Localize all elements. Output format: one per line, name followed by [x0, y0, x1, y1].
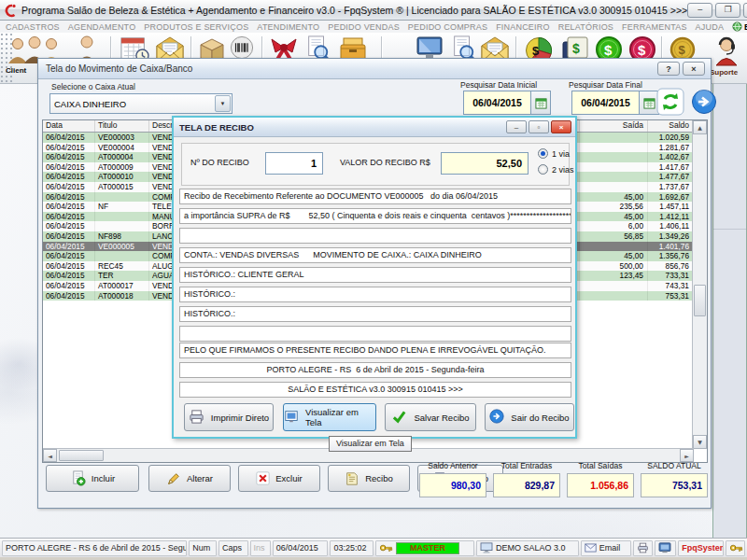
search-date-initial-label: Pesquisar Data Inicial [460, 80, 537, 90]
column-header-sada[interactable]: Saída [580, 120, 648, 132]
date-initial-value[interactable]: 06/04/2015 [463, 91, 531, 115]
check-icon [391, 409, 407, 427]
cell-titulo: NF [95, 202, 149, 212]
scroll-right-icon[interactable]: ► [680, 449, 694, 462]
window-help-button[interactable]: ? [657, 62, 680, 76]
scroll-down-icon[interactable]: ▼ [693, 435, 707, 449]
recibo-number-input[interactable]: 1 [265, 152, 323, 175]
menu-agendamento[interactable]: AGENDAMENTO [68, 22, 136, 32]
cell-saldo: 753,31 [648, 291, 692, 301]
recibo-line-1[interactable]: Recibo de Recebimento Referente ao DOCUM… [179, 189, 571, 204]
recibo-line-3[interactable] [179, 228, 571, 244]
statusbar-printer-icon[interactable] [633, 540, 653, 556]
cell-data: 06/04/2015 [43, 162, 95, 173]
visualizar-em-tela-button[interactable]: Visualizar em Tela [283, 403, 376, 431]
statusbar-key-icon[interactable] [726, 540, 745, 556]
app-close-button[interactable]: × [743, 3, 747, 18]
recibo-line-8[interactable] [179, 326, 571, 342]
cell-saida [580, 182, 648, 192]
recibo-line-5[interactable]: HISTÓRICO.: CLIENTE GERAL [179, 267, 571, 283]
movimento-caixa-titlebar[interactable]: Tela do Movimento de Caixa/Banco ? × [38, 59, 711, 79]
column-header-data[interactable]: Data [43, 120, 95, 132]
excluir-button[interactable]: Excluir [238, 465, 320, 492]
statusbar-email[interactable]: Email [581, 540, 631, 556]
incluir-label: Incluir [92, 473, 115, 483]
dialog-minimize-button[interactable]: – [506, 120, 527, 133]
incluir-button[interactable]: Incluir [46, 465, 139, 492]
vscroll-thumb[interactable] [694, 285, 706, 316]
salvar-recibo-button[interactable]: Salvar Recibo [385, 403, 476, 431]
total-label-2: Total Entradas [493, 461, 560, 470]
calendar-icon[interactable] [531, 91, 551, 115]
radio-selected-icon[interactable] [538, 148, 548, 159]
recibo-value-input[interactable]: 52,50 [441, 152, 529, 175]
date-final-value[interactable]: 06/04/2015 [571, 91, 640, 115]
column-header-saldo[interactable]: Saldo [648, 120, 692, 132]
dialog-maximize-button[interactable]: ▫ [529, 120, 549, 133]
barcode-icon[interactable] [230, 35, 254, 60]
cell-titulo: REC45 [95, 261, 149, 272]
cell-data: 06/04/2015 [43, 192, 95, 203]
via1-radio[interactable]: 1 via [538, 148, 570, 159]
recibo-line-9[interactable]: PELO QUE FIRMAMOS O PRESENTE RECIBO DAND… [179, 343, 571, 358]
menu-e-mail[interactable]: E-MAIL [732, 21, 747, 32]
recibo-number-label: Nº DO RECIBO [190, 158, 249, 167]
dialog-close-button[interactable]: × [551, 120, 571, 133]
scroll-up-icon[interactable]: ▲ [693, 120, 707, 134]
statusbar-num: Num [189, 540, 217, 556]
sair-do-recibo-button[interactable]: Sair do Recibo [485, 403, 574, 431]
date-final-field[interactable]: 06/04/2015 [571, 91, 659, 115]
cell-saida: 45,00 [580, 212, 648, 222]
menu-relat-rios[interactable]: RELATÓRIOS [558, 22, 613, 32]
column-header-titulo[interactable]: Titulo [95, 120, 149, 132]
app-restore-button[interactable]: ❐ [715, 3, 740, 18]
support-icon[interactable] [711, 35, 742, 67]
table-vertical-scrollbar[interactable]: ▲ ▼ [692, 120, 707, 449]
recibo-line-2[interactable]: a importância SUPRA de R$ 52,50 ( Cinque… [179, 208, 571, 224]
cell-data: 06/04/2015 [43, 143, 95, 153]
statusbar-master[interactable]: MASTER [375, 540, 474, 556]
via1-label: 1 via [552, 149, 570, 159]
menu-ajuda[interactable]: AJUDA [696, 22, 725, 32]
cell-titulo: VE000005 [95, 242, 149, 252]
caixa-combobox[interactable]: CAIXA DINHEIRO ▼ [49, 93, 233, 114]
statusbar-caps: Caps [218, 540, 248, 556]
scroll-left-icon[interactable]: ◄ [43, 449, 57, 462]
cell-saldo: 1.457,11 [648, 202, 692, 212]
recibo-button[interactable]: Recibo [328, 465, 410, 492]
menu-atendimento[interactable]: ATENDIMENTO [257, 22, 319, 32]
recibo-line-4[interactable]: CONTA.: VENDAS DIVERSAS MOVIMENTO DE CAI… [179, 247, 571, 263]
recibo-line-11[interactable]: SALÃO E ESTÉTICA v3.0 300915 010415 >>> [179, 382, 571, 398]
toolbar-client-label: Client [6, 66, 26, 75]
menu-financeiro[interactable]: FINANCEIRO [496, 22, 550, 32]
cell-saldo: 1.737,67 [648, 182, 692, 192]
cell-saida [580, 152, 648, 162]
dialog-titlebar[interactable]: TELA DE RECIBO – ▫ × [174, 118, 575, 137]
menu-ferramentas[interactable]: FERRAMENTAS [622, 22, 687, 32]
radio-unselected-icon[interactable] [538, 164, 548, 175]
go-arrow-button[interactable] [691, 89, 717, 115]
recibo-line-10[interactable]: PORTO ALEGRE - RS 6 de Abril de 2015 - S… [179, 362, 571, 378]
menu-pedido-compras[interactable]: PEDIDO COMPRAS [408, 22, 487, 32]
statusbar-screen-icon[interactable] [655, 540, 676, 556]
chevron-down-icon[interactable]: ▼ [215, 95, 231, 112]
statusbar-demo-salao-3-0[interactable]: DEMO SALAO 3.0 [476, 540, 579, 556]
date-initial-field[interactable]: 06/04/2015 [463, 91, 551, 115]
recibo-line-6[interactable]: HISTÓRICO.: [179, 287, 571, 302]
cell-titulo: AT000004 [95, 152, 149, 162]
via2-radio[interactable]: 2 vias [538, 164, 574, 175]
menu-produtos-e-servi-os[interactable]: PRODUTOS E SERVIÇOS [144, 22, 248, 32]
printer-icon [637, 542, 649, 553]
menu-pedido-vendas[interactable]: PEDIDO VENDAS [328, 22, 400, 32]
menu-cadastros[interactable]: CADASTROS [6, 22, 60, 32]
statusbar-fpqsystem[interactable]: FpqSystem [678, 540, 724, 556]
hscroll-thumb[interactable] [59, 450, 104, 461]
imprimir-direto-button[interactable]: Imprimir Direto [184, 403, 274, 431]
window-close-button[interactable]: × [683, 62, 705, 76]
alterar-button[interactable]: Alterar [148, 465, 231, 492]
recibo-line-7[interactable]: HISTÓRICO.: [179, 306, 571, 322]
cell-saldo: 1.406,11 [648, 221, 692, 231]
refresh-button[interactable] [656, 88, 684, 116]
app-minimize-button[interactable]: – [687, 3, 712, 18]
dialog-title: TELA DE RECIBO [174, 122, 254, 133]
